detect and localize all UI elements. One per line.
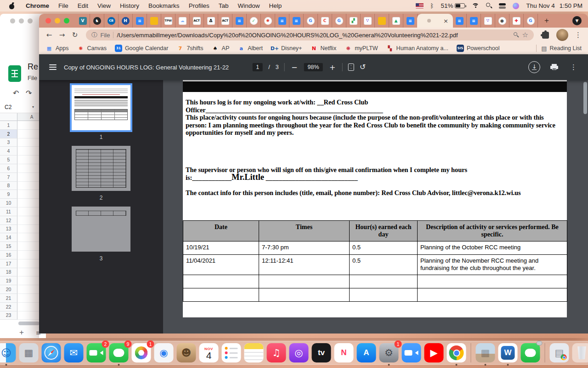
menu-clock[interactable]: Thu Nov 4 1:50 PM — [526, 2, 582, 9]
dock-item-appstore[interactable]: A — [356, 342, 377, 363]
zoom-window-button[interactable] — [64, 18, 69, 23]
dock-item-appletv[interactable]: tv — [311, 342, 332, 363]
tab-google-docs-tab[interactable]: ≡ — [133, 14, 147, 28]
menu-item-tab[interactable]: Tab — [214, 2, 233, 9]
pdf-more-options-icon[interactable]: ⋮ — [570, 63, 577, 71]
calendar-icon[interactable]: NOV4 — [199, 343, 219, 362]
row-number[interactable]: 6 — [0, 164, 17, 173]
music-icon[interactable]: ♫ — [267, 343, 286, 362]
contacts-icon[interactable]: ☻ — [177, 343, 196, 362]
reading-list-button[interactable]: ▤ Reading List — [541, 45, 582, 52]
dock-item-zoom[interactable] — [401, 342, 422, 363]
tab-google-docs-tab-7[interactable]: ≡ — [467, 14, 481, 28]
bookmark-7shifts[interactable]: 77shifts — [176, 45, 203, 52]
page-number-input[interactable]: 1 — [252, 63, 263, 71]
dock-item-contacts[interactable]: ☻ — [176, 342, 197, 363]
row-number[interactable]: 1 — [0, 121, 17, 130]
bookmark-netflix[interactable]: NNetflix — [310, 45, 336, 52]
tab-drive-tab[interactable]: ▲ — [389, 14, 403, 28]
tab-act-tab-2[interactable]: ACT — [218, 14, 232, 28]
url-text[interactable]: /Users/emmabillmeyer/Downloads/Copy%20of… — [117, 32, 510, 39]
row-number[interactable]: 21 — [0, 294, 17, 303]
appstore-icon[interactable]: A — [357, 343, 376, 362]
tab-paws-tab-2[interactable]: ∵ — [481, 14, 495, 28]
minimized-window-icon[interactable]: ▦ — [476, 343, 495, 362]
launchpad-icon[interactable]: ▦ — [19, 343, 39, 362]
podcasts-icon[interactable]: ◎ — [289, 343, 309, 362]
tab-redcross-tab[interactable]: ✚ — [509, 14, 524, 28]
tab-dark-tab[interactable]: ♞ — [90, 14, 104, 28]
apple-menu-icon[interactable] — [9, 3, 15, 9]
row-number[interactable]: 12 — [0, 216, 17, 225]
row-number[interactable]: 22 — [0, 303, 17, 311]
dock-item-chrome[interactable] — [446, 342, 467, 363]
menu-item-history[interactable]: History — [115, 2, 144, 9]
tab-phone-tab[interactable]: C — [318, 14, 332, 28]
print-button[interactable] — [550, 64, 558, 70]
thumbnail-1[interactable]: 1 — [72, 85, 130, 140]
zoom-out-button[interactable]: − — [290, 63, 299, 72]
sheets-traffic-lights[interactable] — [10, 18, 33, 23]
dock-item-facetime[interactable]: 2 — [86, 342, 107, 363]
wifi-icon[interactable] — [472, 3, 479, 9]
youtube-icon[interactable]: ▶ — [424, 343, 444, 362]
zoom-level[interactable]: 98% — [304, 63, 323, 71]
row-number[interactable]: 7 — [0, 173, 17, 182]
sheets-file-menu[interactable]: File — [28, 75, 37, 81]
control-center-icon[interactable] — [499, 3, 506, 9]
bluetooth-icon[interactable]: ᛒ — [430, 2, 434, 9]
address-bar[interactable]: ⓘ File /Users/emmabillmeyer/Downloads/Co… — [86, 29, 534, 40]
menu-app-name[interactable]: Chrome — [21, 2, 54, 9]
tab-paws-tab[interactable]: ∵ — [361, 14, 375, 28]
tab-check-tab[interactable]: ✓ — [247, 14, 261, 28]
row-number[interactable]: 18 — [0, 268, 17, 277]
forward-button[interactable]: → — [57, 31, 68, 39]
row-number[interactable]: 13 — [0, 225, 17, 234]
bookmark-disney-[interactable]: D+Disney+ — [271, 45, 302, 52]
spotlight-icon[interactable] — [486, 3, 492, 9]
tab-google-tab-2[interactable]: G — [332, 14, 346, 28]
sheets-hscrollbar[interactable] — [18, 322, 40, 325]
tab-yellow-tab-2[interactable] — [375, 14, 389, 28]
bookmark-ap[interactable]: ♠AP — [212, 45, 230, 52]
dock-item-news[interactable]: N — [334, 342, 355, 363]
word-icon[interactable]: W — [498, 343, 518, 362]
row-number[interactable]: 14 — [0, 233, 17, 242]
notes-icon[interactable] — [244, 343, 264, 362]
siri-icon[interactable] — [513, 3, 519, 9]
dock-item-photo-booth[interactable]: ◉ — [153, 342, 175, 363]
tab-google-docs-tab-2[interactable]: ≡ — [232, 14, 247, 28]
tab-search-menu-button[interactable]: ▼ — [572, 16, 582, 25]
tab-google-docs-tab-3[interactable]: ≡ — [275, 14, 289, 28]
bookmark-google-calendar[interactable]: 31Google Calendar — [115, 45, 169, 52]
thumbnail-2[interactable]: 2 — [72, 146, 130, 201]
dock-item-minimized-messages[interactable] — [520, 342, 541, 363]
close-window-button[interactable] — [45, 18, 51, 23]
tab-google-docs-tab-4[interactable]: ≡ — [289, 14, 304, 28]
select-all-corner[interactable] — [0, 113, 17, 121]
row-number[interactable]: 10 — [0, 199, 17, 207]
menu-item-help[interactable]: Help — [264, 2, 286, 9]
dock-item-downloads[interactable]: ▤ — [549, 342, 570, 363]
row-number[interactable]: 20 — [0, 285, 17, 294]
mail-icon[interactable]: ✉ — [64, 343, 84, 362]
extensions-icon[interactable] — [542, 32, 549, 39]
dock-item-youtube[interactable]: ▶ — [424, 342, 445, 363]
thumbnail-page-3[interactable] — [72, 207, 130, 252]
back-button[interactable]: ← — [44, 31, 55, 39]
rotate-button[interactable]: ↺ — [360, 63, 366, 71]
row-number[interactable]: 15 — [0, 242, 17, 251]
dock-item-safari[interactable] — [41, 342, 62, 363]
appletv-icon[interactable]: tv — [312, 343, 331, 362]
page-info-icon[interactable]: ⓘ — [91, 31, 97, 39]
tab-close-icon[interactable]: × — [443, 17, 448, 24]
profile-avatar[interactable] — [556, 29, 568, 41]
pdf-menu-icon[interactable] — [49, 64, 57, 70]
dock-item-word[interactable]: W — [498, 342, 519, 363]
thumbnail-3[interactable]: 3 — [72, 207, 130, 262]
dock-item-mail[interactable]: ✉ — [63, 342, 85, 363]
tab-globe-tab[interactable]: ● — [495, 14, 509, 28]
row-number[interactable]: 11 — [0, 207, 17, 216]
row-number[interactable]: 16 — [0, 251, 17, 259]
news-icon[interactable]: N — [334, 343, 354, 362]
